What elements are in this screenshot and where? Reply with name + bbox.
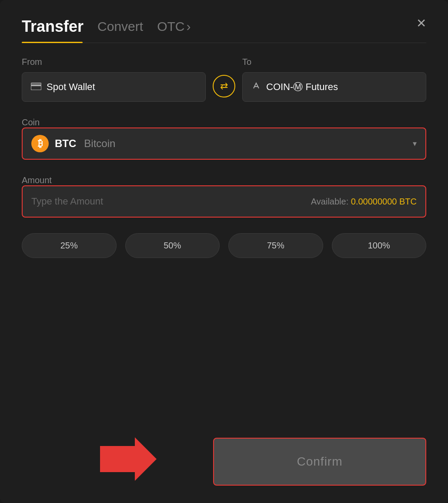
amount-section: Amount Available: 0.00000000 BTC [22,175,426,218]
to-wallet-name: COIN-Ⓜ Futures [266,80,338,94]
pct-25-button[interactable]: 25% [22,233,117,258]
coin-selector[interactable]: ₿ BTC Bitcoin ▾ [22,127,426,160]
btc-icon: ₿ [31,135,49,152]
confirm-section: Confirm [22,438,426,486]
wallet-icon [31,82,41,92]
to-group: To COIN-Ⓜ Futures [242,57,426,102]
confirm-button[interactable]: Confirm [213,438,426,486]
percentage-buttons: 25% 50% 75% 100% [22,233,426,258]
swap-container: ⇄ [206,75,242,102]
from-group: From Spot Wallet [22,57,206,102]
pct-100-button[interactable]: 100% [332,233,427,258]
tab-transfer[interactable]: Transfer [22,17,84,36]
amount-input-container: Available: 0.00000000 BTC [22,185,426,218]
amount-input[interactable] [31,196,311,207]
coin-label: Coin [22,117,40,127]
coin-section: Coin ₿ BTC Bitcoin ▾ [22,117,426,160]
from-label: From [22,57,206,67]
amount-label: Amount [22,175,52,185]
from-to-row: From Spot Wallet ⇄ To [22,57,426,102]
swap-icon: ⇄ [220,80,228,92]
coin-name: Bitcoin [84,137,115,150]
swap-button[interactable]: ⇄ [213,75,235,97]
close-button[interactable]: ✕ [416,17,426,30]
pct-50-button[interactable]: 50% [125,233,220,258]
available-amount: 0.00000000 BTC [351,197,417,206]
from-wallet-selector[interactable]: Spot Wallet [22,72,206,102]
tab-convert[interactable]: Convert [97,19,143,34]
available-text: Available: 0.00000000 BTC [311,197,417,207]
modal-header: Transfer Convert OTC › ✕ [22,17,426,36]
arrow-indicator [100,437,157,486]
from-wallet-name: Spot Wallet [47,81,95,93]
svg-marker-3 [100,437,157,481]
svg-rect-0 [31,83,41,90]
svg-rect-1 [31,84,41,86]
coin-ticker: BTC [55,137,76,150]
transfer-modal: Transfer Convert OTC › ✕ From Spot Walle… [0,0,448,503]
chevron-down-icon: ▾ [413,139,417,148]
pct-75-button[interactable]: 75% [228,233,323,258]
tab-otc[interactable]: OTC › [157,19,191,34]
to-wallet-selector[interactable]: COIN-Ⓜ Futures [242,72,426,102]
futures-icon [251,81,261,93]
active-tab-indicator [22,42,83,43]
to-label: To [242,57,426,67]
tab-underline [22,43,426,43]
